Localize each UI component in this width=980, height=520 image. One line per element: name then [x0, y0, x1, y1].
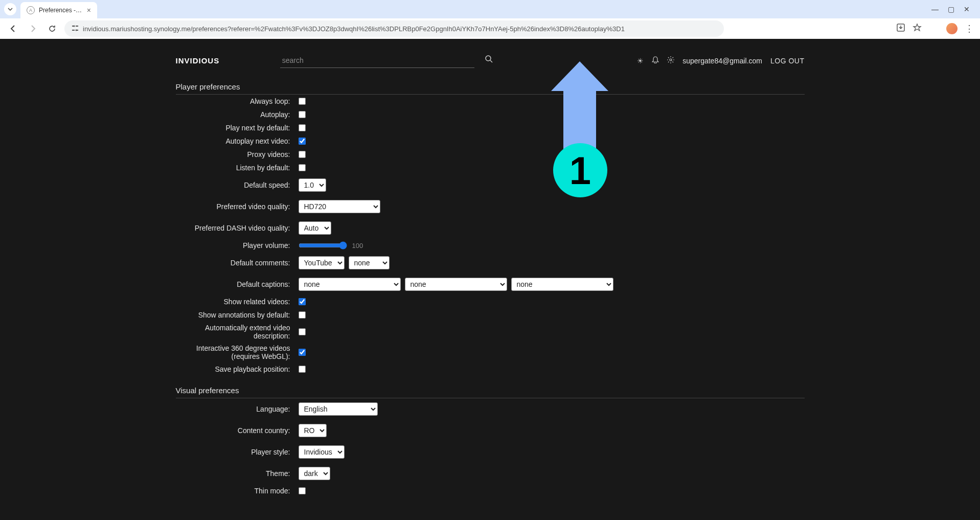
country-select[interactable]: RO: [299, 424, 327, 437]
svg-rect-2: [72, 30, 75, 31]
bookmark-icon[interactable]: [913, 23, 922, 34]
pref-vr360: Interactive 360 degree videos (requires …: [176, 342, 805, 363]
pref-captions: Default captions: none none none: [176, 274, 805, 295]
browser-tab[interactable]: A Preferences - Invidious ×: [20, 2, 97, 18]
listen-checkbox[interactable]: [299, 164, 306, 171]
tab-dropdown-button[interactable]: [4, 3, 16, 15]
user-email[interactable]: supergate84@gmail.com: [682, 57, 762, 65]
pref-theme: Theme: dark: [176, 463, 805, 484]
pref-save-pos: Save playback position:: [176, 363, 805, 376]
url-text: invidious.mariushosting.synology.me/pref…: [83, 25, 625, 33]
notifications-icon[interactable]: [652, 56, 659, 65]
reload-button[interactable]: [45, 21, 59, 36]
autoplay-checkbox[interactable]: [299, 111, 306, 118]
comments-select-1[interactable]: YouTube: [299, 256, 345, 269]
chevron-down-icon: [8, 7, 13, 12]
annotations-checkbox[interactable]: [299, 311, 306, 319]
section-player-preferences: Player preferences: [176, 76, 805, 95]
favicon-icon: A: [27, 6, 35, 14]
autoplay-next-checkbox[interactable]: [299, 138, 306, 145]
site-settings-icon[interactable]: [72, 25, 79, 33]
close-window-button[interactable]: ✕: [964, 5, 970, 13]
svg-point-7: [486, 56, 491, 61]
save-pos-checkbox[interactable]: [299, 366, 306, 373]
captions-select-3[interactable]: none: [511, 278, 613, 291]
site-header: INVIDIOUS ☀ supergate84@gmail.com LOG OU…: [176, 49, 805, 72]
svg-point-8: [670, 59, 672, 61]
pref-annotations: Show annotations by default:: [176, 308, 805, 322]
logout-link[interactable]: LOG OUT: [770, 57, 805, 65]
browser-toolbar: invidious.mariushosting.synology.me/pref…: [0, 18, 980, 39]
proxy-checkbox[interactable]: [299, 151, 306, 158]
vr360-checkbox[interactable]: [299, 349, 306, 356]
page-content: INVIDIOUS ☀ supergate84@gmail.com LOG OU…: [0, 39, 980, 520]
site-logo[interactable]: INVIDIOUS: [176, 56, 220, 65]
pref-quality: Preferred video quality: HD720: [176, 196, 805, 217]
svg-rect-1: [76, 26, 78, 27]
tab-bar: A Preferences - Invidious × — ▢ ✕: [0, 0, 980, 18]
pref-dash-quality: Preferred DASH video quality: Auto: [176, 217, 805, 239]
pref-player-style: Player style: Invidious: [176, 441, 805, 463]
captions-select-2[interactable]: none: [405, 278, 507, 291]
maximize-button[interactable]: ▢: [948, 5, 954, 13]
search-icon[interactable]: [485, 55, 493, 64]
pref-autoplay-next: Autoplay next video:: [176, 134, 805, 148]
tab-title: Preferences - Invidious: [39, 7, 83, 14]
extend-desc-checkbox[interactable]: [299, 328, 306, 335]
theme-select[interactable]: dark: [299, 467, 330, 480]
svg-point-4: [74, 25, 75, 27]
forward-button[interactable]: [26, 21, 40, 36]
pref-speed: Default speed: 1.0: [176, 174, 805, 196]
captions-select-1[interactable]: none: [299, 278, 401, 291]
volume-value: 100: [352, 242, 363, 250]
gear-icon[interactable]: [667, 56, 674, 65]
always-loop-checkbox[interactable]: [299, 98, 306, 105]
arrow-left-icon: [9, 24, 18, 33]
pref-language: Language: English: [176, 398, 805, 420]
svg-point-5: [76, 29, 77, 31]
pref-extend-desc: Automatically extend video description:: [176, 322, 805, 342]
close-icon[interactable]: ×: [87, 6, 91, 14]
profile-avatar[interactable]: [946, 23, 958, 34]
pref-related: Show related videos:: [176, 295, 805, 308]
comments-select-2[interactable]: none: [349, 256, 390, 269]
arrow-right-icon: [28, 24, 37, 33]
dash-quality-select[interactable]: Auto: [299, 221, 331, 235]
back-button[interactable]: [6, 21, 20, 36]
speed-select[interactable]: 1.0: [299, 178, 326, 192]
quality-select[interactable]: HD720: [299, 200, 380, 213]
browser-chrome: A Preferences - Invidious × — ▢ ✕ invidi…: [0, 0, 980, 39]
window-controls: — ▢ ✕: [931, 5, 976, 13]
pref-proxy: Proxy videos:: [176, 148, 805, 161]
volume-slider[interactable]: [299, 241, 347, 250]
section-visual-preferences: Visual preferences: [176, 380, 805, 398]
theme-toggle-icon[interactable]: ☀: [637, 57, 644, 65]
thin-checkbox[interactable]: [299, 487, 306, 494]
url-bar[interactable]: invidious.mariushosting.synology.me/pref…: [64, 20, 724, 37]
play-next-checkbox[interactable]: [299, 124, 306, 131]
related-checkbox[interactable]: [299, 298, 306, 305]
minimize-button[interactable]: —: [931, 5, 939, 13]
pref-always-loop: Always loop:: [176, 95, 805, 108]
menu-icon[interactable]: ⋮: [965, 23, 974, 34]
search-input[interactable]: [280, 53, 474, 68]
reload-icon: [48, 25, 56, 33]
install-app-icon[interactable]: [896, 23, 905, 34]
pref-comments: Default comments: YouTube none: [176, 252, 805, 274]
pref-play-next: Play next by default:: [176, 121, 805, 134]
pref-listen: Listen by default:: [176, 161, 805, 174]
pref-country: Content country: RO: [176, 420, 805, 441]
language-select[interactable]: English: [299, 402, 378, 416]
pref-thin: Thin mode:: [176, 484, 805, 498]
pref-autoplay: Autoplay:: [176, 108, 805, 121]
pref-volume: Player volume: 100: [176, 239, 805, 252]
player-style-select[interactable]: Invidious: [299, 445, 345, 459]
